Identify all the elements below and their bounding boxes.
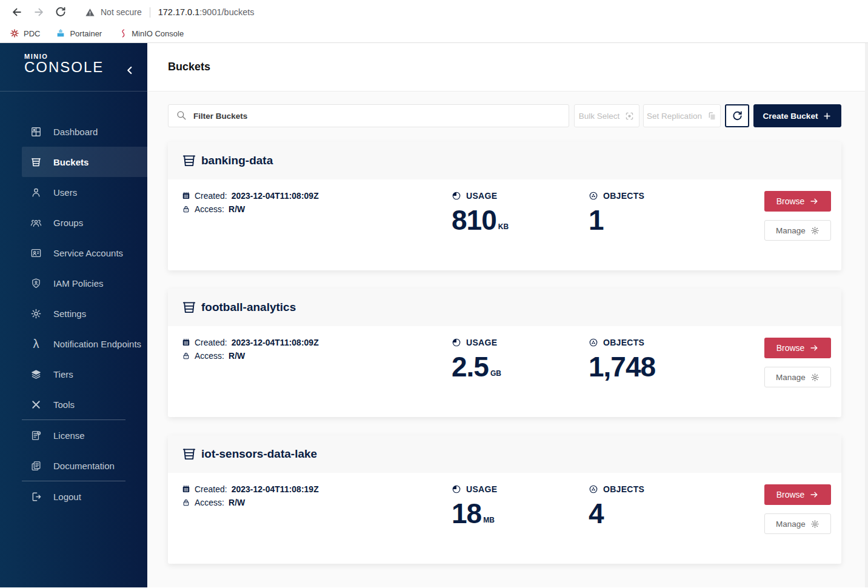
warning-icon — [85, 7, 95, 18]
objects-label: OBJECTS — [603, 191, 644, 201]
objects-label: OBJECTS — [603, 484, 644, 494]
browse-button[interactable]: Browse — [764, 484, 831, 505]
arrow-right-icon — [809, 343, 819, 353]
sidebar-item-settings[interactable]: Settings — [22, 298, 147, 329]
bookmark-pdc[interactable]: PDC — [10, 28, 40, 38]
sidebar-item-iam-policies[interactable]: IAM Policies — [22, 268, 147, 298]
filter-buckets-input[interactable] — [168, 104, 569, 127]
sidebar-item-label: Notification Endpoints — [53, 339, 141, 349]
sidebar-item-dashboard[interactable]: Dashboard — [22, 116, 147, 147]
sidebar-item-groups[interactable]: Groups — [22, 207, 147, 238]
screen: Not secure 172.17.0.1:9001/buckets PDC P… — [0, 0, 868, 588]
access-label: Access: — [195, 204, 224, 214]
sidebar-item-notification-endpoints[interactable]: λ Notification Endpoints — [22, 329, 147, 359]
gear-icon — [810, 226, 820, 235]
sidebar-item-label: Documentation — [53, 461, 115, 471]
usage-stat: USAGE 2.5GB — [452, 338, 589, 387]
bucket-name[interactable]: iot-sensors-data-lake — [201, 447, 317, 461]
sidebar-collapse-chevron-icon[interactable] — [123, 64, 139, 79]
bucket-card-header[interactable]: iot-sensors-data-lake — [168, 435, 841, 473]
manage-button[interactable]: Manage — [764, 513, 831, 534]
manage-button[interactable]: Manage — [764, 220, 831, 241]
browse-button[interactable]: Browse — [764, 338, 831, 358]
sidebar-item-logout[interactable]: Logout — [22, 481, 147, 512]
objects-stat: OBJECTS 1,748 — [589, 338, 764, 387]
sidebar-item-label: Service Accounts — [53, 248, 123, 258]
url-text: 172.17.0.1:9001/buckets — [158, 7, 255, 17]
sidebar-item-service-accounts[interactable]: Service Accounts — [22, 238, 147, 268]
usage-stat: USAGE 810KB — [452, 191, 589, 241]
sidebar-item-buckets[interactable]: Buckets — [22, 147, 147, 177]
scrollbar[interactable] — [865, 43, 868, 587]
sidebar-item-label: Settings — [53, 309, 86, 319]
usage-unit: GB — [490, 370, 501, 382]
access-value: R/W — [229, 351, 245, 361]
browse-button[interactable]: Browse — [764, 191, 831, 212]
minio-console-logo: MINIO CONSOLE — [0, 43, 147, 92]
bucket-name[interactable]: banking-data — [201, 154, 273, 167]
sidebar-item-label: Tiers — [53, 369, 73, 379]
gear-icon — [810, 520, 820, 529]
access-value: R/W — [229, 498, 245, 507]
sidebar-item-users[interactable]: Users — [22, 177, 147, 207]
objects-stat: OBJECTS 4 — [589, 484, 764, 534]
bookmark-portainer[interactable]: Portainer — [56, 28, 102, 38]
manage-button[interactable]: Manage — [764, 367, 831, 387]
bulk-select-button[interactable]: Bulk Select — [574, 104, 639, 127]
bucket-card-header[interactable]: banking-data — [168, 142, 841, 179]
bucket-card: football-analytics Created: 2023-12-04T1… — [168, 289, 841, 417]
objects-value: 1 — [589, 205, 604, 236]
sidebar-item-license[interactable]: License — [22, 420, 147, 450]
access-label: Access: — [195, 498, 224, 507]
sidebar: MINIO CONSOLE Dashboard Buckets — [0, 43, 147, 587]
back-arrow-icon[interactable] — [8, 4, 25, 21]
created-value: 2023-12-04T11:08:19Z — [232, 484, 319, 494]
create-bucket-button[interactable]: Create Bucket — [753, 104, 841, 127]
bookmark-label: MinIO Console — [132, 29, 184, 38]
url-bar[interactable]: Not secure 172.17.0.1:9001/buckets — [85, 7, 255, 18]
sidebar-item-tiers[interactable]: Tiers — [22, 359, 147, 389]
user-icon — [30, 187, 42, 198]
usage-label: USAGE — [466, 338, 497, 347]
sidebar-item-label: Users — [53, 187, 77, 198]
lock-icon — [182, 205, 190, 213]
usage-stat: USAGE 18MB — [452, 484, 589, 534]
license-icon — [30, 430, 42, 441]
bookmark-minio-console[interactable]: MinIO Console — [118, 28, 184, 38]
lambda-icon: λ — [30, 338, 42, 350]
bucket-card: iot-sensors-data-lake Created: 2023-12-0… — [168, 435, 841, 564]
browse-label: Browse — [776, 490, 805, 499]
manage-label: Manage — [776, 373, 806, 382]
browse-label: Browse — [776, 343, 805, 353]
reload-icon[interactable] — [52, 4, 69, 21]
bucket-icon — [181, 299, 197, 315]
copy-icon — [707, 111, 717, 121]
bucket-name[interactable]: football-analytics — [201, 301, 296, 314]
usage-label: USAGE — [466, 484, 497, 494]
usage-value: 18 — [452, 498, 481, 529]
created-label: Created: — [195, 484, 227, 494]
forward-arrow-icon[interactable] — [30, 4, 47, 21]
usage-label: USAGE — [466, 191, 497, 201]
bulk-select-label: Bulk Select — [579, 112, 620, 121]
set-replication-button[interactable]: Set Replication — [643, 104, 721, 127]
sidebar-item-tools[interactable]: Tools — [22, 389, 147, 419]
set-replication-label: Set Replication — [647, 112, 702, 121]
page-header: Buckets — [147, 43, 868, 92]
security-label: Not secure — [101, 7, 142, 17]
logout-icon — [30, 491, 42, 503]
created-value: 2023-12-04T11:08:09Z — [232, 338, 319, 347]
lock-icon — [182, 498, 190, 507]
gear-icon — [810, 373, 820, 382]
browse-label: Browse — [776, 196, 805, 206]
refresh-button[interactable] — [725, 104, 749, 127]
bucket-card-body: Created: 2023-12-04T11:08:09Z Access: R/… — [168, 179, 841, 241]
tools-icon — [30, 399, 42, 410]
sidebar-item-documentation[interactable]: Documentation — [22, 450, 147, 481]
manage-label: Manage — [776, 226, 806, 235]
bucket-card-header[interactable]: football-analytics — [168, 289, 841, 326]
usage-value: 810 — [452, 205, 496, 236]
buckets-toolbar: Bulk Select Set Replication Create Bucke… — [168, 104, 841, 127]
created-value: 2023-12-04T11:08:09Z — [232, 191, 319, 201]
usage-value: 2.5 — [452, 352, 489, 383]
